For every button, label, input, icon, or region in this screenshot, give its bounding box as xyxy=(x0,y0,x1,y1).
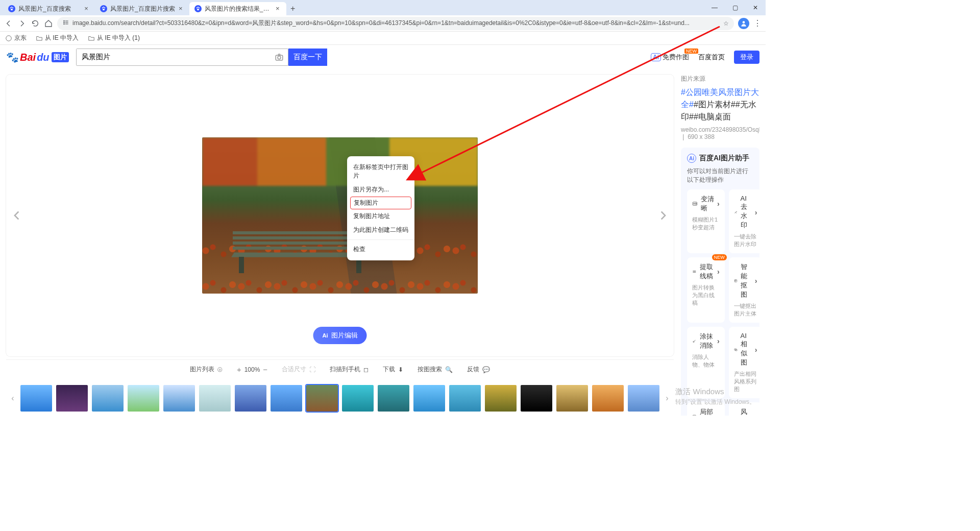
login-button[interactable]: 登录 xyxy=(734,51,760,64)
fit-size-button[interactable]: 合适尺寸 ⛶ xyxy=(282,365,315,374)
download-button[interactable]: 下载 ⬇ xyxy=(383,365,403,374)
profile-avatar[interactable] xyxy=(738,18,749,29)
chevron-right-icon: › xyxy=(717,268,720,276)
chevron-right-icon: › xyxy=(717,413,720,416)
bookmark-folder[interactable]: 从 IE 中导入 (1) xyxy=(88,34,140,42)
ai-card-replace[interactable]: 局部替换 ›对图片进行局部修改 xyxy=(687,402,725,416)
site-header: 🐾 Baidu 图片 百度一下 Ai 免费作图 NEW 百度首页 登录 xyxy=(0,45,766,69)
close-icon[interactable]: × xyxy=(274,5,281,12)
address-bar[interactable]: image.baidu.com/search/detail?ct=5033164… xyxy=(57,17,734,30)
main-image[interactable] xyxy=(202,137,478,294)
image-dimensions: 690 x 388 xyxy=(688,133,715,140)
bookmarks-bar: 京东 从 IE 中导入 从 IE 中导入 (1) xyxy=(0,32,766,45)
zoom-value: 100% xyxy=(244,366,260,373)
svg-point-9 xyxy=(199,7,200,8)
close-window-button[interactable]: ✕ xyxy=(745,0,766,15)
thumb-prev-button[interactable]: ‹ xyxy=(9,385,16,412)
chevron-right-icon: › xyxy=(755,277,757,285)
browser-tab-active[interactable]: 风景图片的搜索结果_百度图片 × xyxy=(189,2,286,15)
ai-create-link[interactable]: Ai 免费作图 NEW xyxy=(651,53,689,62)
source-url[interactable]: weibo.com/2324898035/OsqhIrOdO xyxy=(681,126,760,133)
thumbnail[interactable] xyxy=(271,385,302,412)
thumbnail[interactable] xyxy=(342,385,374,412)
bookmark-label: 从 IE 中导入 (1) xyxy=(97,34,140,42)
close-icon[interactable]: × xyxy=(177,5,184,12)
ctx-open-new-tab[interactable]: 在新标签页中打开图片 xyxy=(347,160,414,183)
search-button[interactable]: 百度一下 xyxy=(288,49,327,66)
ai-card-brush[interactable]: 涂抹消除 ›消除人物、物体 xyxy=(687,327,725,398)
minimize-button[interactable]: — xyxy=(704,0,725,15)
image-list-button[interactable]: 图片列表 ⦾ xyxy=(190,365,223,374)
ai-panel-subtitle: 你可以对当前图片进行以下处理操作 xyxy=(687,167,753,184)
feedback-button[interactable]: 反馈 💬 xyxy=(467,365,490,374)
thumbnail[interactable] xyxy=(20,385,52,412)
svg-point-20 xyxy=(736,211,737,211)
thumbnail[interactable] xyxy=(128,385,159,412)
thumbnail[interactable] xyxy=(235,385,266,412)
back-button[interactable] xyxy=(4,19,13,28)
thumbnail[interactable] xyxy=(628,385,659,412)
zoom-in-button[interactable]: − xyxy=(263,365,267,374)
new-tab-button[interactable]: + xyxy=(286,2,300,15)
ctx-copy-address[interactable]: 复制图片地址 xyxy=(347,209,414,223)
context-menu: 在新标签页中打开图片 图片另存为... 复制图片 复制图片地址 为此图片创建二维… xyxy=(347,156,414,260)
tab-title: 风景图片_百度图片搜索 xyxy=(110,5,175,13)
bookmark-item[interactable]: 京东 xyxy=(5,34,27,42)
reload-button[interactable] xyxy=(31,19,40,28)
thumbnail[interactable] xyxy=(378,385,409,412)
thumbnail[interactable] xyxy=(92,385,124,412)
thumbnail[interactable] xyxy=(449,385,481,412)
thumbnail[interactable] xyxy=(199,385,231,412)
browser-tab[interactable]: 风景图片_百度搜索 × xyxy=(3,2,95,15)
chevron-right-icon: › xyxy=(717,337,720,345)
thumbnail[interactable] xyxy=(556,385,588,412)
thumbnail[interactable] xyxy=(413,385,445,412)
ai-card-similar[interactable]: AI相似图 ›产出相同风格系列图 xyxy=(729,327,760,398)
ai-card-style[interactable]: 风格转换 ›百变风格 随心转换 xyxy=(729,402,760,416)
bookmark-label: 京东 xyxy=(14,34,27,42)
next-image-button[interactable] xyxy=(655,203,671,228)
close-icon[interactable]: × xyxy=(83,5,90,12)
baidu-home-link[interactable]: 百度首页 xyxy=(698,53,725,62)
bookmark-star-icon[interactable]: ☆ xyxy=(723,20,729,27)
thumbnail[interactable] xyxy=(163,385,195,412)
thumbnail[interactable] xyxy=(485,385,517,412)
image-edit-button[interactable]: Ai 图片编辑 xyxy=(313,327,367,344)
search-by-image-button[interactable]: 按图搜索 🔍 xyxy=(418,365,453,374)
forward-button[interactable] xyxy=(17,19,27,28)
thumbnail[interactable] xyxy=(56,385,88,412)
chevron-right-icon: › xyxy=(717,200,720,208)
baidu-logo[interactable]: 🐾 Baidu 图片 xyxy=(6,51,69,63)
chevron-right-icon: › xyxy=(755,208,757,216)
ai-card-cut[interactable]: 智能抠图 ›一键抠出图片主体 xyxy=(729,257,760,323)
chevron-left-icon: ⦾ xyxy=(217,366,223,373)
ai-card-lines[interactable]: NEW提取线稿 ›图片转换为黑白线稿 xyxy=(687,257,725,323)
maximize-button[interactable]: ▢ xyxy=(725,0,745,15)
scan-to-phone-button[interactable]: 扫描到手机 ◻ xyxy=(330,365,369,374)
site-info-icon[interactable] xyxy=(62,19,69,28)
camera-icon[interactable] xyxy=(271,53,288,62)
svg-point-13 xyxy=(64,22,64,22)
ai-card-hd[interactable]: 变清晰 ›模糊图片1秒变超清 xyxy=(687,189,725,253)
tab-title: 风景图片的搜索结果_百度图片 xyxy=(205,5,272,13)
tab-title: 风景图片_百度搜索 xyxy=(18,5,81,13)
thumbnail[interactable] xyxy=(306,385,338,412)
thumbnail[interactable] xyxy=(592,385,624,412)
svg-point-10 xyxy=(198,7,199,8)
ctx-inspect[interactable]: 检查 xyxy=(347,243,414,256)
home-button[interactable] xyxy=(44,19,53,28)
thumb-next-button[interactable]: › xyxy=(664,385,671,412)
browser-menu-button[interactable]: ⋮ xyxy=(753,18,762,28)
ctx-create-qr[interactable]: 为此图片创建二维码 xyxy=(347,223,414,237)
ctx-copy-image[interactable]: 复制图片 xyxy=(350,197,411,209)
ai-card-erase[interactable]: AI去水印 ›一键去除图片水印 xyxy=(729,189,760,253)
thumbnail[interactable] xyxy=(521,385,552,412)
bookmark-label: 从 IE 中导入 xyxy=(45,34,79,42)
browser-tab[interactable]: 风景图片_百度图片搜索 × xyxy=(95,2,189,15)
prev-image-button[interactable] xyxy=(9,203,24,228)
search-input[interactable] xyxy=(77,49,271,65)
zoom-out-button[interactable]: + xyxy=(237,365,241,374)
bookmark-folder[interactable]: 从 IE 中导入 xyxy=(36,34,79,42)
info-panel: 图片来源 #公园唯美风景图片大全##图片素材##无水印##电脑桌面 weibo.… xyxy=(681,75,760,416)
ctx-save-as[interactable]: 图片另存为... xyxy=(347,183,414,197)
